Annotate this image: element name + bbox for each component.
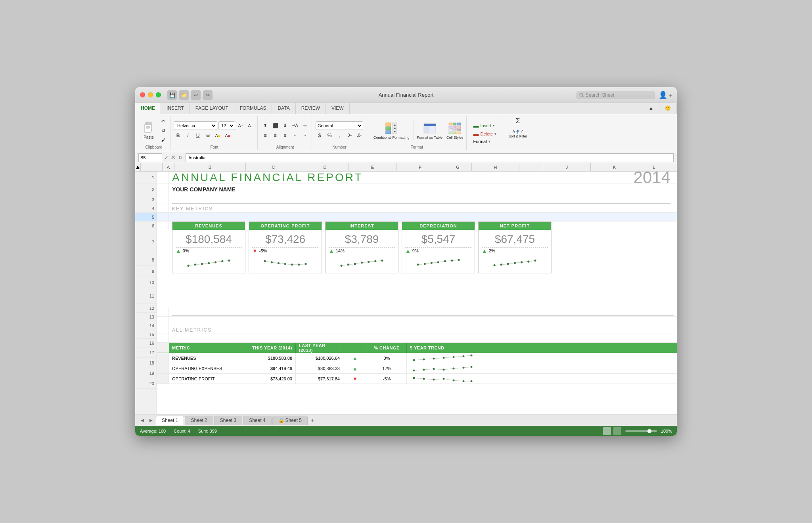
sheet-tab-4[interactable]: Sheet 4 (243, 416, 271, 425)
normal-view-icon[interactable] (603, 427, 611, 435)
sheet-nav-left[interactable]: ◀ (138, 416, 146, 424)
opex-row-metric[interactable]: OPERATING EXPENSES (169, 363, 240, 373)
col-header-k[interactable]: K (591, 163, 638, 171)
emoticon-btn[interactable]: 🙂 (659, 103, 677, 114)
sheet-tab-1[interactable]: Sheet 1 (156, 416, 184, 425)
zoom-thumb[interactable] (647, 429, 651, 433)
col-header-i[interactable]: I (519, 163, 543, 171)
row-header-16[interactable]: 16 (135, 339, 157, 347)
cell-b2[interactable]: YOUR COMPANY NAME (169, 186, 526, 193)
copy-button[interactable]: ⧉ (159, 126, 168, 135)
formula-input[interactable] (186, 153, 674, 162)
insert-btn[interactable]: ▬ Insert ▾ (471, 122, 499, 130)
row-header-13[interactable]: 13 (135, 313, 157, 321)
metric-card-net-profit[interactable]: NET PROFIT $67,475 ▲ 2% (478, 221, 552, 273)
sort-filter-btn[interactable]: A Z Sort & Filter (506, 128, 529, 139)
col-header-e[interactable]: E (349, 163, 396, 171)
revenues-row-last-year[interactable]: $180,026.64 (296, 353, 343, 363)
cell-b1[interactable]: ANNUAL FINANCIAL REPORT (169, 172, 526, 184)
opprofit-row-change[interactable]: -5% (367, 374, 407, 384)
add-sheet-btn[interactable]: + (308, 416, 316, 424)
row-header-17[interactable]: 17 (135, 347, 157, 358)
sheet-tab-5[interactable]: 🔒 Sheet 5 (272, 416, 308, 425)
tab-formulas[interactable]: FORMULAS (234, 103, 272, 114)
maximize-button[interactable] (156, 92, 161, 97)
opex-row-this-year[interactable]: $94,419.46 (240, 363, 296, 373)
page-layout-view-icon[interactable] (613, 427, 621, 435)
row-header-15[interactable]: 15 (135, 330, 157, 339)
align-right-btn[interactable]: ≡ (281, 131, 289, 140)
col-header-f[interactable]: F (396, 163, 444, 171)
col-header-g[interactable]: G (444, 163, 472, 171)
revenues-row-change[interactable]: 0% (367, 353, 407, 363)
decrease-decimal-btn[interactable]: .0- (355, 131, 364, 140)
tab-review[interactable]: REVIEW (296, 103, 326, 114)
row-header-10[interactable]: 10 (135, 277, 157, 288)
row-header-12[interactable]: 12 (135, 304, 157, 313)
align-left-btn[interactable]: ≡ (261, 131, 270, 140)
collapse-ribbon[interactable]: ▲ (643, 103, 659, 114)
align-top-btn[interactable]: ⬆ (261, 121, 270, 130)
tab-page-layout[interactable]: PAGE LAYOUT (190, 103, 234, 114)
checkmark-icon[interactable]: ✓ (164, 154, 169, 161)
cut-button[interactable]: ✂ (159, 116, 168, 125)
row-header-19[interactable]: 19 (135, 368, 157, 378)
cell-reference-input[interactable] (138, 153, 162, 162)
col-header-j[interactable]: J (543, 163, 591, 171)
close-button[interactable] (140, 92, 145, 97)
align-center-btn[interactable]: ≡ (271, 131, 280, 140)
sum-btn[interactable]: Σ (512, 116, 523, 126)
format-as-table-btn[interactable]: Format as Table (416, 120, 443, 140)
metric-card-revenues[interactable]: REVENUES $180,584 ▲ 0% (172, 221, 245, 273)
decrease-font-btn[interactable]: A↓ (246, 121, 255, 130)
format-painter-button[interactable]: 🖌 (159, 136, 168, 144)
metric-card-operating-profit[interactable]: OPERATING PROFIT $73,426 ▼ -5% (249, 221, 322, 273)
currency-btn[interactable]: $ (315, 131, 324, 140)
wrap-text-btn[interactable]: ↵A (291, 121, 299, 130)
tab-home[interactable]: HOME (135, 103, 161, 114)
increase-decimal-btn[interactable]: .0+ (345, 131, 354, 140)
sheet-tab-3[interactable]: Sheet 3 (214, 416, 242, 425)
cancel-icon[interactable]: ✕ (170, 154, 176, 161)
col-header-h[interactable]: H (472, 163, 519, 171)
fill-color-button[interactable]: A▄ (213, 131, 222, 140)
opex-row-change[interactable]: 17% (367, 363, 407, 373)
open-icon[interactable]: 📁 (179, 90, 189, 100)
metric-card-interest[interactable]: INTEREST $3,789 ▲ 14% (325, 221, 398, 273)
col-header-d[interactable]: D (301, 163, 349, 171)
col-header-a[interactable]: A (163, 163, 174, 171)
opprofit-row-this-year[interactable]: $73,426.00 (240, 374, 296, 384)
row-header-18[interactable]: 18 (135, 358, 157, 368)
row-header-8[interactable]: 8 (135, 254, 157, 266)
cell-b4[interactable]: KEY METRICS (169, 205, 216, 212)
row-header-11[interactable]: 11 (135, 288, 157, 304)
tab-data[interactable]: DATA (272, 103, 295, 114)
select-all-btn[interactable]: ▲ (135, 163, 141, 171)
increase-font-btn[interactable]: A↑ (236, 121, 245, 130)
percent-btn[interactable]: % (325, 131, 334, 140)
bold-button[interactable]: B (174, 131, 182, 140)
font-color-button[interactable]: A▄ (223, 131, 232, 140)
row-header-14[interactable]: 14 (135, 321, 157, 330)
row-header-9[interactable]: 9 (135, 266, 157, 277)
row-header-2[interactable]: 2 (135, 183, 157, 195)
format-btn[interactable]: Format ▾ (471, 138, 499, 145)
row-header-4[interactable]: 4 (135, 204, 157, 213)
opex-row-last-year[interactable]: $80,883.33 (296, 363, 343, 373)
decrease-indent-btn[interactable]: ← (291, 131, 299, 140)
italic-button[interactable]: I (184, 131, 192, 140)
increase-indent-btn[interactable]: → (301, 131, 309, 140)
font-name-select[interactable]: Helvetica (174, 121, 217, 130)
borders-button[interactable]: ⊞ (203, 131, 212, 140)
delete-btn[interactable]: ▬ Delete ▾ (471, 130, 499, 138)
font-size-select[interactable]: 12 (218, 121, 235, 130)
row-header-5[interactable]: 5 (135, 213, 157, 221)
paste-button[interactable]: Paste (140, 120, 157, 141)
underline-button[interactable]: U (193, 131, 202, 140)
col-header-c[interactable]: C (246, 163, 301, 171)
cell-styles-btn[interactable]: Cell Styles (446, 120, 464, 140)
row-header-20[interactable]: 20 (135, 378, 157, 389)
zoom-slider[interactable] (625, 430, 657, 432)
row-header-7[interactable]: 7 (135, 230, 157, 254)
cell-b15[interactable]: ALL METRICS (169, 326, 215, 333)
